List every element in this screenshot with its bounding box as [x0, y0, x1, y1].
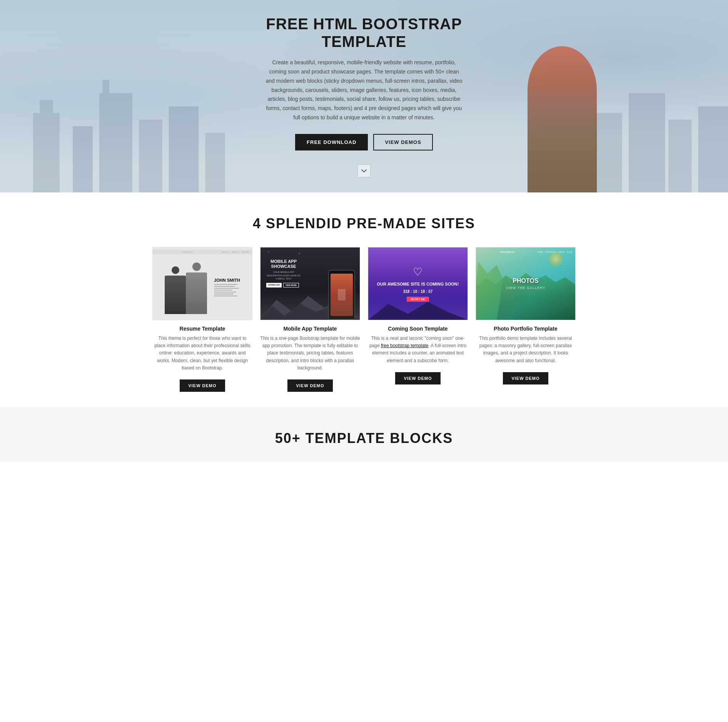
hero-title: FREE HTML BOOTSTRAP TEMPLATE [264, 15, 464, 50]
svg-rect-1 [40, 100, 53, 113]
scroll-down-button[interactable] [357, 164, 371, 177]
card-resume: CONTACT ABOUT SKILLS WORK [152, 247, 252, 392]
card-thumb-mobile[interactable]: MOBILE APP SHOWCASE Your mobile app desc… [260, 247, 360, 320]
svg-rect-7 [205, 133, 225, 192]
svg-rect-0 [33, 113, 60, 192]
svg-rect-2 [73, 126, 93, 192]
card-thumb-resume[interactable]: CONTACT ABOUT SKILLS WORK [152, 247, 252, 320]
view-demo-mobile-button[interactable]: VIEW DEMO [287, 379, 332, 392]
svg-rect-5 [139, 120, 162, 192]
premade-heading: 4 SPLENDID PRE-MADE SITES [8, 216, 720, 232]
card-coming-soon: ♡ OUR AWESOME SITE IS COMING SOON! 318 :… [368, 247, 468, 392]
coming-soon-text: OUR AWESOME SITE IS COMING SOON! [377, 281, 459, 287]
view-demo-coming-button[interactable]: VIEW DEMO [395, 372, 440, 384]
thumb-photo-bg: PHOTOS VIEW THE GALLERY PHOTOBLOG HOME P… [476, 247, 575, 320]
blocks-section: 50+ TEMPLATE BLOCKS [0, 407, 728, 462]
thumb-coming-bg: ♡ OUR AWESOME SITE IS COMING SOON! 318 :… [368, 247, 468, 320]
hero-description: Create a beautiful, responsive, mobile-f… [264, 58, 464, 122]
svg-rect-3 [99, 93, 132, 192]
view-demo-resume-button[interactable]: VIEW DEMO [180, 379, 225, 392]
card-desc-photo: This portfolio demo template includes se… [476, 335, 576, 364]
hero-section: FREE HTML BOOTSTRAP TEMPLATE Create a be… [0, 0, 728, 192]
svg-rect-10 [668, 120, 691, 192]
free-bootstrap-link[interactable]: free bootstrap template [381, 343, 428, 348]
hero-content: FREE HTML BOOTSTRAP TEMPLATE Create a be… [256, 15, 472, 177]
hero-person [528, 46, 597, 192]
card-title-mobile: Mobile App Template [260, 326, 360, 332]
mobile-showcase-text: MOBILE APP SHOWCASE Your mobile app desc… [266, 259, 301, 287]
resume-name: JOHN SMITH [214, 278, 240, 282]
coming-soon-countdown: 318 : 10 : 18 : 57 [403, 289, 433, 294]
card-photo-portfolio: PHOTOS VIEW THE GALLERY PHOTOBLOG HOME P… [476, 247, 576, 392]
thumb-resume-bg: CONTACT ABOUT SKILLS WORK [153, 247, 252, 320]
card-desc-coming: This is a neat and laconic "coming soon"… [368, 335, 468, 364]
svg-rect-9 [629, 93, 665, 192]
svg-rect-4 [103, 80, 109, 93]
card-desc-mobile: This is a one-page Bootstrap template fo… [260, 335, 360, 372]
card-title-resume: Resume Template [152, 326, 252, 332]
view-demos-button[interactable]: VIEW DEMOS [373, 134, 433, 150]
card-desc-resume: This theme is perfect for those who want… [152, 335, 252, 372]
cards-grid: CONTACT ABOUT SKILLS WORK [152, 247, 576, 392]
svg-marker-14 [368, 302, 468, 320]
resume-lines [214, 284, 240, 296]
hero-buttons: FREE DOWNLOAD VIEW DEMOS [264, 134, 464, 150]
premade-section: 4 SPLENDID PRE-MADE SITES CONTACT ABOUT … [0, 192, 728, 407]
thumb-mobile-bg: MOBILE APP SHOWCASE Your mobile app desc… [260, 247, 360, 320]
card-mobile: MOBILE APP SHOWCASE Your mobile app desc… [260, 247, 360, 392]
photo-portfolio-text: PHOTOS [506, 277, 545, 284]
chevron-down-icon [361, 168, 367, 174]
resume-text: JOHN SMITH [214, 278, 240, 297]
blocks-heading: 50+ TEMPLATE BLOCKS [8, 430, 720, 446]
card-title-coming: Coming Soon Template [368, 326, 468, 332]
svg-rect-6 [169, 106, 199, 192]
heart-icon: ♡ [413, 266, 422, 278]
svg-rect-8 [596, 113, 622, 192]
card-title-photo: Photo Portfolio Template [476, 326, 576, 332]
free-download-button[interactable]: FREE DOWNLOAD [295, 134, 368, 150]
view-demo-photo-button[interactable]: VIEW DEMO [503, 372, 548, 384]
card-thumb-photo[interactable]: PHOTOS VIEW THE GALLERY PHOTOBLOG HOME P… [476, 247, 576, 320]
card-thumb-coming[interactable]: ♡ OUR AWESOME SITE IS COMING SOON! 318 :… [368, 247, 468, 320]
svg-rect-11 [698, 106, 728, 192]
photo-portfolio-sub: VIEW THE GALLERY [506, 286, 545, 290]
